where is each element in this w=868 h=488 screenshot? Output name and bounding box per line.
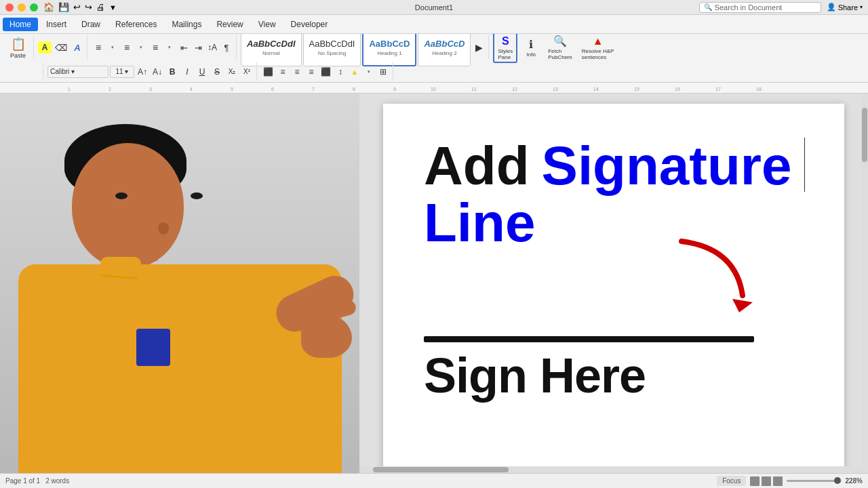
undo-icon[interactable]: ↩ [73, 2, 81, 12]
bullets-dropdown[interactable]: ▾ [106, 41, 119, 54]
menu-mailings[interactable]: Mailings [165, 18, 208, 31]
svg-text:2: 2 [108, 87, 111, 92]
paste-label: Paste [10, 52, 26, 59]
search-icon: 🔍 [704, 3, 712, 11]
align-left-button[interactable]: ⬛ [261, 66, 275, 78]
font-size-increase-button[interactable]: A↑ [136, 66, 149, 78]
paste-icon: 📋 [11, 37, 26, 52]
sort-button[interactable]: ↕A [205, 41, 219, 54]
clear-format-button[interactable]: ⌫ [53, 41, 69, 54]
svg-text:17: 17 [715, 87, 721, 92]
web-view-icon[interactable] [762, 476, 771, 486]
fetch-icon: 🔍 [553, 35, 567, 47]
fetch-pubchem-button[interactable]: 🔍 FetchPubChem [545, 34, 576, 62]
horizontal-scrollbar[interactable] [359, 466, 861, 473]
home-icon[interactable]: 🏠 [43, 2, 54, 12]
multilevel-button[interactable]: ≡ [149, 41, 162, 54]
style-heading2[interactable]: AaBbCcD Heading 2 [418, 34, 471, 66]
numbering-dropdown[interactable]: ▾ [134, 41, 148, 54]
font-size-dropdown[interactable]: 11 ▾ [110, 66, 134, 78]
minimize-button[interactable] [18, 3, 26, 12]
column-button[interactable]: ⬛ [319, 66, 333, 78]
arrow-container [437, 255, 804, 343]
superscript-button[interactable]: X² [240, 66, 254, 78]
cursor [804, 138, 805, 192]
decrease-indent-button[interactable]: ⇤ [177, 41, 191, 54]
style-heading1[interactable]: AaBbCcD Heading 1 [362, 34, 416, 66]
maximize-button[interactable] [30, 3, 38, 12]
word-line: Line [424, 192, 535, 253]
shading-dropdown[interactable]: ▾ [362, 66, 376, 78]
underline-button[interactable]: U [195, 66, 209, 78]
menu-draw[interactable]: Draw [75, 18, 107, 31]
styles-more-button[interactable]: ▶ [472, 41, 486, 54]
word-arts-button[interactable]: A [71, 41, 84, 54]
print-icon[interactable]: 🖨 [96, 2, 105, 12]
share-label: Share [838, 3, 858, 12]
menu-developer[interactable]: Developer [284, 18, 335, 31]
highlight-button[interactable]: A [38, 41, 52, 54]
svg-text:9: 9 [393, 87, 396, 92]
read-view-icon[interactable] [773, 476, 783, 486]
bold-button[interactable]: B [165, 66, 179, 78]
subscript-button[interactable]: X₂ [225, 66, 239, 78]
menu-home[interactable]: Home [3, 18, 38, 31]
show-formatting-button[interactable]: ¶ [220, 41, 233, 54]
search-box[interactable]: 🔍 Search in Document [699, 2, 821, 13]
italic-button[interactable]: I [180, 66, 194, 78]
share-icon: 👤 [827, 3, 836, 12]
font-name-dropdown[interactable]: Calibri ▾ [47, 66, 108, 78]
chevron-down-icon: ▾ [860, 4, 863, 10]
print-view-icon[interactable] [750, 476, 760, 486]
menu-review[interactable]: Review [210, 18, 250, 31]
paste-button[interactable]: 📋 Paste [7, 35, 29, 60]
shading-button[interactable]: ▲ [348, 66, 361, 78]
close-button[interactable] [5, 3, 14, 12]
scrollbar-thumb[interactable] [862, 108, 867, 162]
share-button[interactable]: 👤 Share ▾ [827, 3, 863, 12]
ruler: 1 2 3 4 5 6 7 8 9 10 11 12 13 14 15 16 1… [0, 83, 868, 94]
styles-pane-button[interactable]: S StylesPane [493, 34, 517, 63]
align-right-button[interactable]: ≡ [290, 66, 304, 78]
svg-text:3: 3 [149, 87, 152, 92]
zoom-slider[interactable] [787, 480, 841, 482]
borders-button[interactable]: ⊞ [376, 66, 390, 78]
window-controls[interactable] [5, 3, 38, 12]
menu-view[interactable]: View [252, 18, 283, 31]
svg-text:11: 11 [471, 87, 477, 92]
line-spacing-button[interactable]: ↕ [334, 66, 347, 78]
document-page[interactable]: Add Signature Line Sign Here [383, 104, 844, 470]
svg-text:15: 15 [634, 87, 639, 92]
page-info: Page 1 of 1 [5, 477, 40, 485]
bullets-button[interactable]: ≡ [92, 41, 105, 54]
style-no-spacing[interactable]: AaBbCcDdI No Spacing [303, 34, 361, 66]
svg-marker-19 [732, 299, 753, 312]
status-bar: Page 1 of 1 2 words Focus 228% [0, 473, 868, 488]
multilevel-dropdown[interactable]: ▾ [163, 41, 176, 54]
svg-text:14: 14 [593, 87, 599, 92]
svg-text:12: 12 [512, 87, 517, 92]
resolve-hp-button[interactable]: ▲ Resolve H&Psentences [578, 34, 618, 62]
redo-icon[interactable]: ↪ [85, 2, 92, 12]
more-icon[interactable]: ▼ [109, 3, 117, 12]
zoom-level: 228% [845, 477, 863, 485]
font-size-decrease-button[interactable]: A↓ [151, 66, 164, 78]
document-heading-line1: Add Signature [424, 138, 804, 195]
justify-button[interactable]: ≡ [304, 66, 318, 78]
h-scrollbar-thumb[interactable] [373, 467, 509, 472]
resolve-icon: ▲ [593, 35, 604, 47]
align-center-button[interactable]: ≡ [276, 66, 290, 78]
ribbon: 📋 Paste A ⌫ A ≡ ▾ ≡ ▾ ≡ ▾ ⇤ ⇥ ↕A ¶ AaBbC… [0, 34, 868, 83]
save-icon[interactable]: 💾 [58, 2, 69, 12]
info-button[interactable]: ℹ Info [520, 37, 542, 59]
ruler-svg: 1 2 3 4 5 6 7 8 9 10 11 12 13 14 15 16 1… [27, 83, 868, 93]
menu-references[interactable]: References [108, 18, 163, 31]
increase-indent-button[interactable]: ⇥ [191, 41, 205, 54]
focus-button[interactable]: Focus [717, 476, 746, 486]
style-normal[interactable]: AaBbCcDdI Normal [241, 34, 302, 66]
strikethrough-button[interactable]: S [210, 66, 224, 78]
svg-text:13: 13 [553, 87, 558, 92]
menu-insert[interactable]: Insert [39, 18, 73, 31]
numbering-button[interactable]: ≡ [120, 41, 134, 54]
vertical-scrollbar[interactable] [861, 94, 868, 473]
